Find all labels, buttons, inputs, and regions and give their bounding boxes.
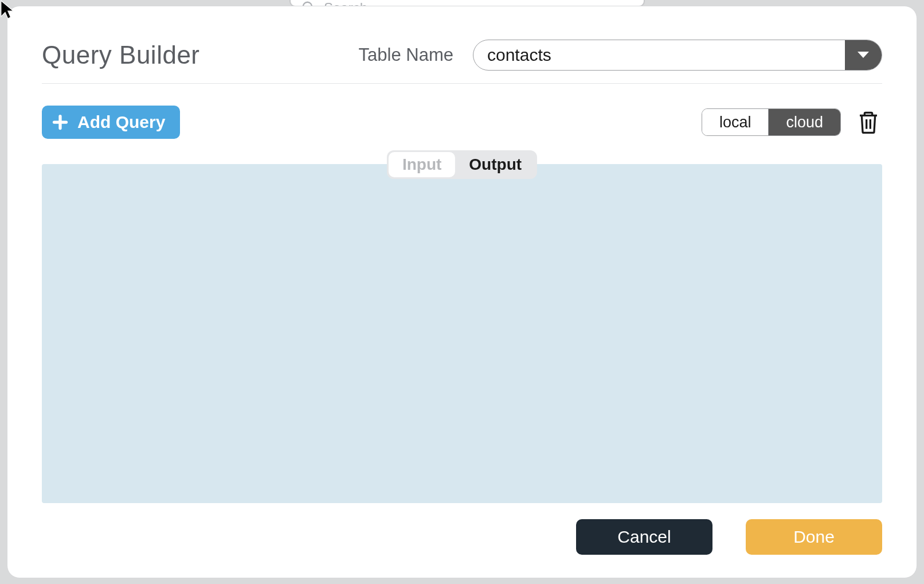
query-content-wrap: Input Output (42, 164, 882, 503)
table-name-select[interactable]: contacts (473, 40, 882, 71)
query-builder-dialog: Query Builder Table Name contacts Add Qu… (7, 6, 917, 578)
add-query-label: Add Query (77, 112, 165, 132)
plus-icon (52, 114, 68, 130)
io-tabs: Input Output (387, 150, 537, 179)
dialog-footer: Cancel Done (42, 519, 882, 555)
scope-segmented-control: local cloud (702, 108, 841, 136)
table-name-value: contacts (473, 40, 845, 70)
output-panel (42, 164, 882, 503)
toolbar: Add Query local cloud (42, 106, 882, 139)
tab-output[interactable]: Output (455, 152, 535, 177)
cancel-button[interactable]: Cancel (576, 519, 712, 555)
table-name-dropdown-arrow[interactable] (845, 40, 882, 70)
trash-icon (857, 110, 880, 135)
delete-button[interactable] (855, 107, 882, 137)
cursor-icon (0, 0, 17, 21)
dialog-title: Query Builder (42, 41, 200, 69)
chevron-down-icon (856, 50, 870, 60)
tab-input[interactable]: Input (389, 152, 455, 177)
table-name-label: Table Name (359, 45, 453, 65)
scope-cloud-button[interactable]: cloud (768, 109, 840, 135)
done-button[interactable]: Done (746, 519, 882, 555)
add-query-button[interactable]: Add Query (42, 106, 180, 139)
dialog-header: Query Builder Table Name contacts (42, 40, 882, 84)
scope-local-button[interactable]: local (702, 109, 769, 135)
